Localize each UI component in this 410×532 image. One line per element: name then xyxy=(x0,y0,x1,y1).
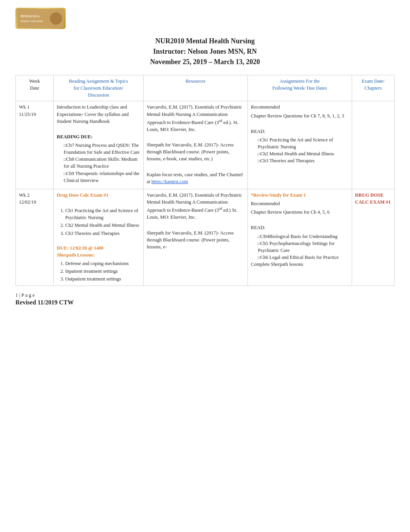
table-row: Wk 212/02/19 Drug Dose Calc Exam #1 Ch1 … xyxy=(16,189,395,286)
col-header-resources: Resources xyxy=(144,75,248,101)
table-header-row: WeekDate Reading Assignment & Topicsfor … xyxy=(16,75,395,101)
col-header-week: WeekDate xyxy=(16,75,54,101)
sherpath-label: Sherpath Lessons: xyxy=(57,252,95,258)
assignments-cell-2: *Review/Study for Exam 1 Recommended Cha… xyxy=(247,189,352,286)
review-study-label: *Review/Study for Exam 1 xyxy=(251,192,306,198)
title-line2: Instructor: Nelson Jones MSN, RN xyxy=(153,48,257,55)
resources-cell-2: Varcarolis, E.M. (2017). Essentials of P… xyxy=(144,189,248,286)
assignments-cell-1: Recommended Chapter Review Questions for… xyxy=(247,101,352,189)
table-row: Wk 111/25/19 Introduction to Leadership … xyxy=(16,101,395,189)
drug-exam-label: Drug Dose Calc Exam #1 xyxy=(57,192,140,199)
logo-area: PENSACOLA STATE COLLEGE xyxy=(15,8,395,29)
svg-text:PENSACOLA: PENSACOLA xyxy=(20,15,40,18)
college-logo: PENSACOLA STATE COLLEGE xyxy=(15,8,66,29)
col-header-exam: Exam Date/Chapters xyxy=(352,75,394,101)
week-date-cell-1: Wk 111/25/19 xyxy=(16,101,54,189)
col-header-reading: Reading Assignment & Topicsfor Classroom… xyxy=(54,75,144,101)
exam-date-label: DRUG DOSE CALC EXAM #1 xyxy=(355,192,391,205)
due-date-label: DUE: 12/02/20 @ 1400 xyxy=(57,245,103,251)
page-title: NUR2010 Mental Health Nursing Instructor… xyxy=(15,36,395,67)
document-header: NUR2010 Mental Health Nursing Instructor… xyxy=(15,36,395,67)
kaplan-url[interactable]: https://kaptest.com xyxy=(151,179,188,184)
week-date-cell-2: Wk 212/02/19 xyxy=(16,189,54,286)
resources-cell-1: Varcarolis, E.M. (2017). Essentials of P… xyxy=(144,101,248,189)
exam-cell-2: DRUG DOSE CALC EXAM #1 xyxy=(352,189,394,286)
reading-cell-2: Drug Dose Calc Exam #1 Ch1 Practicing th… xyxy=(54,189,144,286)
reading-cell-1: Introduction to Leadership class and Exp… xyxy=(54,101,144,189)
course-schedule-table: WeekDate Reading Assignment & Topicsfor … xyxy=(15,75,395,286)
page-number: 1 | P a g e xyxy=(15,292,395,298)
svg-text:STATE COLLEGE: STATE COLLEGE xyxy=(20,20,43,23)
footer: 1 | P a g e Revised 11/2019 CTW xyxy=(15,292,395,306)
title-line3: November 25, 2019 – March 13, 2020 xyxy=(150,58,260,66)
revised-label: Revised 11/2019 CTW xyxy=(15,299,395,306)
exam-cell-1 xyxy=(352,101,394,189)
svg-point-3 xyxy=(50,12,62,25)
col-header-assignments: Assignments For theFollowing Week/ Due D… xyxy=(247,75,352,101)
title-line1: NUR2010 Mental Health Nursing xyxy=(155,37,255,45)
